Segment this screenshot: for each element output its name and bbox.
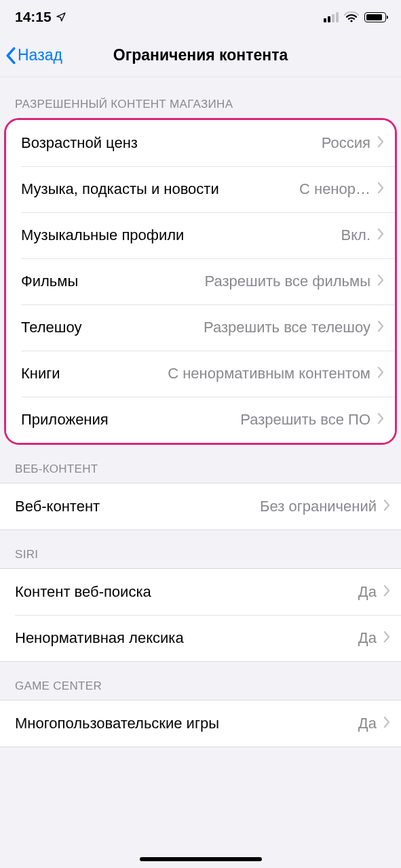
row-value: Без ограничений	[260, 498, 377, 515]
section-header-store: РАЗРЕШЕННЫЙ КОНТЕНТ МАГАЗИНА	[0, 77, 401, 118]
location-icon	[56, 12, 66, 22]
row-label: Многопользовательские игры	[15, 715, 226, 732]
list-web: Веб-контент Без ограничений	[0, 483, 401, 530]
chevron-right-icon	[377, 320, 384, 335]
battery-icon	[364, 12, 386, 22]
chevron-right-icon	[377, 182, 384, 197]
row-label: Возрастной ценз	[21, 134, 145, 152]
row-value: С ненор…	[299, 180, 370, 198]
chevron-right-icon	[383, 631, 390, 646]
row-apps[interactable]: Приложения Разрешить все ПО	[6, 397, 395, 443]
section-header-web: ВЕБ-КОНТЕНТ	[0, 445, 401, 483]
row-web-content[interactable]: Веб-контент Без ограничений	[0, 484, 401, 530]
row-label: Контент веб-поиска	[15, 583, 158, 601]
row-label: Фильмы	[21, 273, 85, 290]
cellular-signal-icon	[324, 12, 339, 22]
wifi-icon	[344, 12, 359, 22]
highlighted-store-group: Возрастной ценз Россия Музыка, подкасты …	[4, 118, 397, 445]
row-value: Разрешить все телешоу	[204, 319, 370, 336]
section-header-gamecenter: GAME CENTER	[0, 662, 401, 700]
row-value: Да	[358, 583, 377, 601]
chevron-right-icon	[377, 136, 384, 151]
row-music-podcasts-news[interactable]: Музыка, подкасты и новости С ненор…	[6, 166, 395, 212]
status-time: 14:15	[15, 9, 52, 25]
row-label: Музыка, подкасты и новости	[21, 180, 226, 198]
nav-bar: Назад Ограничения контента	[0, 34, 401, 77]
svg-point-0	[350, 20, 352, 22]
row-label: Книги	[21, 365, 67, 382]
row-value: Да	[358, 629, 377, 647]
section-header-siri: SIRI	[0, 530, 401, 568]
row-label: Ненормативная лексика	[15, 629, 191, 647]
row-value: Вкл.	[341, 226, 371, 244]
chevron-right-icon	[383, 499, 390, 514]
row-books[interactable]: Книги С ненормативным контентом	[6, 351, 395, 397]
row-age-rating[interactable]: Возрастной ценз Россия	[6, 120, 395, 166]
row-music-profiles[interactable]: Музыкальные профили Вкл.	[6, 212, 395, 258]
row-label: Музыкальные профили	[21, 226, 191, 244]
chevron-right-icon	[377, 366, 384, 381]
row-value: Да	[358, 715, 377, 732]
row-explicit-language[interactable]: Ненормативная лексика Да	[0, 615, 401, 661]
row-value: С ненормативным контентом	[168, 365, 370, 382]
chevron-right-icon	[377, 412, 384, 427]
chevron-left-icon	[5, 47, 16, 64]
row-value: Разрешить все ПО	[240, 411, 370, 429]
row-tv-shows[interactable]: Телешоу Разрешить все телешоу	[6, 304, 395, 351]
chevron-right-icon	[377, 228, 384, 243]
chevron-right-icon	[377, 274, 384, 289]
row-label: Телешоу	[21, 319, 88, 336]
back-label: Назад	[18, 46, 62, 64]
list-siri: Контент веб-поиска Да Ненормативная лекс…	[0, 568, 401, 662]
list-gamecenter: Многопользовательские игры Да	[0, 700, 401, 747]
list-store: Возрастной ценз Россия Музыка, подкасты …	[6, 120, 395, 443]
row-movies[interactable]: Фильмы Разрешить все фильмы	[6, 258, 395, 304]
home-indicator[interactable]	[140, 857, 262, 861]
row-value: Россия	[322, 134, 370, 152]
row-multiplayer-games[interactable]: Многопользовательские игры Да	[0, 701, 401, 747]
row-web-search-content[interactable]: Контент веб-поиска Да	[0, 569, 401, 615]
row-label: Приложения	[21, 411, 115, 429]
back-button[interactable]: Назад	[5, 46, 62, 64]
chevron-right-icon	[383, 585, 390, 599]
row-label: Веб-контент	[15, 498, 107, 515]
chevron-right-icon	[383, 716, 390, 731]
status-bar: 14:15	[0, 0, 401, 34]
row-value: Разрешить все фильмы	[205, 273, 371, 290]
